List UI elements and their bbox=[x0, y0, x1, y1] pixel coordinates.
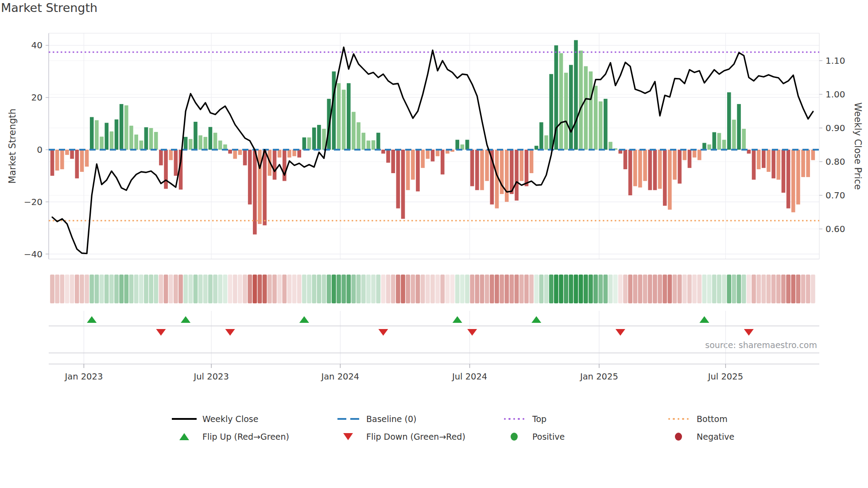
strength-bar bbox=[475, 150, 479, 190]
strength-bar bbox=[287, 150, 291, 158]
heatmap-cell bbox=[767, 275, 771, 303]
legend-label-weekly-close: Weekly Close bbox=[202, 414, 258, 424]
strength-bar bbox=[717, 133, 721, 150]
heatmap-cell bbox=[589, 275, 593, 303]
strength-bar bbox=[787, 150, 790, 209]
heatmap-cell bbox=[747, 275, 751, 303]
heatmap-cell bbox=[401, 275, 405, 303]
strength-bar bbox=[525, 150, 529, 186]
strength-bar bbox=[110, 132, 114, 150]
heatmap-cell bbox=[238, 275, 242, 303]
right-tick-label: 0.60 bbox=[825, 224, 845, 234]
heatmap-cell bbox=[504, 275, 509, 303]
flip-down-marker bbox=[225, 329, 235, 336]
heatmap-cell bbox=[667, 275, 672, 303]
strength-bar bbox=[317, 125, 321, 150]
heatmap-cell bbox=[70, 275, 74, 303]
heatmap-cell bbox=[692, 275, 697, 303]
strength-bar bbox=[549, 74, 553, 150]
heatmap-cell bbox=[292, 275, 297, 303]
strength-bar bbox=[75, 150, 79, 178]
strength-bar bbox=[599, 101, 603, 150]
legend-item-negative: Negative bbox=[665, 430, 734, 444]
strength-bar bbox=[80, 150, 84, 172]
heatmap-cell bbox=[549, 275, 554, 303]
strength-bar bbox=[209, 127, 213, 150]
heatmap-cell bbox=[776, 275, 781, 303]
strength-bar bbox=[801, 150, 805, 177]
legend-item-bottom: Bottom bbox=[665, 412, 728, 426]
strength-bar bbox=[273, 150, 277, 180]
x-tick-label: Jul 2023 bbox=[193, 372, 229, 382]
heatmap-cell bbox=[188, 275, 193, 303]
strength-bar bbox=[352, 112, 356, 150]
strength-bar bbox=[539, 122, 543, 150]
heatmap-cell bbox=[510, 275, 514, 303]
heatmap-cell bbox=[376, 275, 380, 303]
strength-bar bbox=[683, 150, 687, 160]
legend-label-top: Top bbox=[532, 414, 546, 424]
legend-item-baseline: Baseline (0) bbox=[334, 412, 417, 426]
heatmap-cell bbox=[218, 275, 222, 303]
heatmap-cell bbox=[159, 275, 163, 303]
strength-bar bbox=[480, 150, 484, 190]
heatmap-cell bbox=[243, 275, 247, 303]
legend-item-top: Top bbox=[500, 412, 546, 426]
heatmap-cell bbox=[608, 275, 613, 303]
right-tick-label: 0.70 bbox=[825, 190, 845, 201]
strength-bar bbox=[159, 150, 163, 165]
strength-bar bbox=[347, 83, 351, 150]
heatmap-cell bbox=[539, 275, 543, 303]
strength-bar bbox=[811, 150, 815, 160]
strength-bar bbox=[643, 150, 647, 181]
strength-bar bbox=[55, 150, 59, 170]
heatmap-cell bbox=[515, 275, 519, 303]
strength-bar bbox=[164, 150, 168, 189]
strength-bar bbox=[421, 150, 425, 168]
heatmap-cell bbox=[638, 275, 643, 303]
strength-bar bbox=[283, 150, 287, 181]
heatmap-cell bbox=[761, 275, 766, 303]
heatmap-cell bbox=[80, 275, 84, 303]
heatmap-cell bbox=[322, 275, 326, 303]
positive-dot-icon bbox=[500, 432, 528, 442]
strength-bar bbox=[678, 150, 682, 184]
heatmap-cell bbox=[593, 275, 598, 303]
heatmap-cell bbox=[317, 275, 321, 303]
strength-bar bbox=[149, 128, 153, 150]
heatmap-cell bbox=[465, 275, 469, 303]
strength-bar bbox=[100, 137, 104, 150]
heatmap-cell bbox=[752, 275, 756, 303]
strength-bar bbox=[65, 150, 69, 155]
heatmap-cell bbox=[653, 275, 657, 303]
heatmap-cell bbox=[727, 275, 731, 303]
legend-item-positive: Positive bbox=[500, 430, 565, 444]
strength-bar bbox=[544, 136, 548, 150]
strength-bar bbox=[361, 133, 365, 150]
heatmap-cell bbox=[174, 275, 178, 303]
heatmap-cell bbox=[346, 275, 351, 303]
strength-bar bbox=[307, 137, 311, 150]
heatmap-cell bbox=[702, 275, 707, 303]
heatmap-cell bbox=[307, 275, 311, 303]
left-tick-label: 20 bbox=[31, 92, 43, 103]
flip-up-icon bbox=[170, 432, 198, 442]
heatmap-cell bbox=[648, 275, 652, 303]
strength-bar bbox=[594, 86, 598, 150]
strength-bar bbox=[707, 144, 711, 150]
heatmap-cell bbox=[529, 275, 534, 303]
heatmap-cell bbox=[65, 275, 70, 303]
x-tick-label: Jan 2024 bbox=[320, 372, 359, 382]
heatmap-cell bbox=[85, 275, 89, 303]
strength-bar bbox=[194, 122, 198, 150]
strength-bar bbox=[278, 150, 282, 158]
strength-bar bbox=[391, 150, 395, 173]
heatmap-cell bbox=[742, 275, 746, 303]
heatmap-cell bbox=[737, 275, 741, 303]
heatmap-cell bbox=[194, 275, 198, 303]
legend-item-flip-down: Flip Down (Green→Red) bbox=[334, 430, 465, 444]
legend-label-flip-down: Flip Down (Green→Red) bbox=[366, 432, 465, 442]
heatmap-cell bbox=[416, 275, 420, 303]
heatmap-cell bbox=[811, 275, 815, 303]
flip-up-marker bbox=[181, 316, 190, 323]
